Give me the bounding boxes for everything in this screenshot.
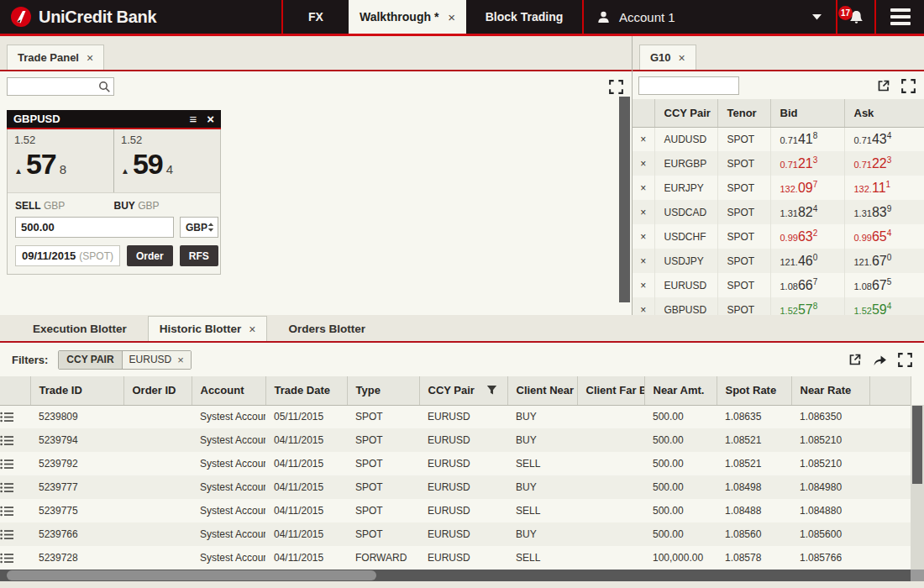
ask-cell[interactable]: 121.670 xyxy=(844,249,924,273)
bid-cell[interactable]: 1.31824 xyxy=(770,200,844,224)
tab-historic-blotter[interactable]: Historic Blotter × xyxy=(148,316,268,341)
column-header[interactable]: Trade ID xyxy=(30,376,123,405)
tab-execution-blotter[interactable]: Execution Blotter xyxy=(12,316,148,341)
order-button[interactable]: Order xyxy=(127,245,173,266)
scrollbar-thumb[interactable] xyxy=(7,570,376,580)
rate-row[interactable]: × GBPUSD SPOT 1.52578 1.52594 xyxy=(633,297,924,315)
close-icon[interactable]: × xyxy=(448,10,455,24)
tab-g10[interactable]: G10 × xyxy=(639,45,696,70)
ticket-close-icon[interactable]: × xyxy=(207,113,214,125)
trade-row[interactable]: 5239809 Systest Account 05/11/2015 SPOT … xyxy=(0,405,911,428)
column-header-ccy-pair[interactable]: CCY Pair xyxy=(419,376,507,405)
row-menu-cell[interactable] xyxy=(0,546,30,570)
fullscreen-icon[interactable] xyxy=(898,353,912,367)
rate-row[interactable]: × EURGBP SPOT 0.71213 0.71223 xyxy=(633,151,924,176)
column-header[interactable]: Near Rate xyxy=(791,376,869,405)
column-header[interactable]: Spot Rate xyxy=(717,376,791,405)
remove-pair-icon[interactable]: × xyxy=(633,249,654,273)
account-menu[interactable]: Account 1 xyxy=(584,0,836,34)
trade-row[interactable]: 5239766 Systest Account 04/11/2015 SPOT … xyxy=(0,522,911,546)
horizontal-scrollbar[interactable] xyxy=(0,570,924,581)
column-header[interactable]: CCY Pair xyxy=(654,99,717,127)
filter-funnel-icon[interactable] xyxy=(486,385,497,396)
filter-chip-key[interactable]: CCY PAIR xyxy=(59,351,122,369)
rate-row[interactable]: × USDCAD SPOT 1.31824 1.31839 xyxy=(633,200,924,224)
rate-row[interactable]: × EURUSD SPOT 1.08667 1.08675 xyxy=(633,273,924,297)
bid-cell[interactable]: 0.71213 xyxy=(770,151,844,176)
row-menu-cell[interactable] xyxy=(0,428,30,452)
tab-block-trading[interactable]: Block Trading xyxy=(466,0,582,34)
currency-selector[interactable]: GBP xyxy=(180,217,218,238)
bid-cell[interactable]: 121.460 xyxy=(770,249,844,273)
rfs-button[interactable]: RFS xyxy=(180,245,218,266)
share-icon[interactable] xyxy=(873,354,887,366)
close-icon[interactable]: × xyxy=(679,51,685,65)
column-header[interactable]: Client Far Base xyxy=(577,376,644,405)
trade-row[interactable]: 5239792 Systest Account 04/11/2015 SPOT … xyxy=(0,452,911,475)
remove-pair-icon[interactable]: × xyxy=(633,127,654,151)
pop-out-icon[interactable] xyxy=(877,79,890,92)
ask-cell[interactable]: 1.52594 xyxy=(844,297,924,315)
close-icon[interactable]: × xyxy=(249,323,255,336)
trade-row[interactable]: 5239777 Systest Account 04/11/2015 SPOT … xyxy=(0,475,911,499)
column-header[interactable]: Tenor xyxy=(717,99,770,127)
column-header[interactable]: Ask xyxy=(844,99,924,127)
fullscreen-icon[interactable] xyxy=(901,79,916,93)
bid-cell[interactable]: 132.097 xyxy=(770,176,844,200)
trade-row[interactable]: 5239794 Systest Account 04/11/2015 SPOT … xyxy=(0,428,911,452)
remove-pair-icon[interactable]: × xyxy=(633,151,654,176)
bid-cell[interactable]: 0.99632 xyxy=(770,224,844,249)
amount-input[interactable] xyxy=(15,217,174,238)
remove-pair-icon[interactable]: × xyxy=(633,200,654,224)
column-header[interactable]: Bid xyxy=(770,99,844,127)
menu-button[interactable] xyxy=(876,0,924,34)
fullscreen-icon[interactable] xyxy=(609,80,623,94)
rate-row[interactable]: × USDCHF SPOT 0.99632 0.99654 xyxy=(633,224,924,249)
ask-cell[interactable]: 0.71434 xyxy=(844,127,924,151)
row-menu-cell[interactable] xyxy=(0,499,30,522)
scrollbar-thumb[interactable] xyxy=(912,406,922,484)
sell-price-tile[interactable]: 1.52 ▲ 57 8 xyxy=(8,129,113,192)
remove-pair-icon[interactable]: × xyxy=(633,224,654,249)
pop-out-icon[interactable] xyxy=(848,353,862,366)
row-menu-cell[interactable] xyxy=(0,475,30,499)
ticket-menu-icon[interactable]: ≡ xyxy=(189,113,197,125)
vertical-scrollbar[interactable] xyxy=(619,97,630,302)
tab-walkthrough[interactable]: Walkthrough * × xyxy=(349,0,466,34)
notifications-button[interactable]: 17 xyxy=(837,0,874,34)
row-menu-cell[interactable] xyxy=(0,452,30,475)
ask-cell[interactable]: 0.71223 xyxy=(844,151,924,176)
trade-row[interactable]: 5239728 Systest Account 04/11/2015 FORWA… xyxy=(0,546,911,570)
tab-fx[interactable]: FX xyxy=(283,0,349,34)
row-menu-cell[interactable] xyxy=(0,522,30,546)
remove-filter-icon[interactable]: × xyxy=(177,354,184,366)
remove-pair-icon[interactable]: × xyxy=(633,297,654,315)
remove-pair-icon[interactable]: × xyxy=(633,176,654,200)
vertical-scrollbar[interactable] xyxy=(911,405,924,570)
column-header[interactable]: Order ID xyxy=(123,376,192,405)
trade-row[interactable]: 5239775 Systest Account 04/11/2015 SPOT … xyxy=(0,499,911,522)
bid-cell[interactable]: 0.71418 xyxy=(770,127,844,151)
ask-cell[interactable]: 1.31839 xyxy=(844,200,924,224)
column-header[interactable]: Client Near Base xyxy=(507,376,577,405)
column-header[interactable]: Type xyxy=(347,376,419,405)
tab-trade-panel[interactable]: Trade Panel × xyxy=(7,45,104,70)
value-date-input[interactable]: 09/11/2015 (SPOT) xyxy=(15,245,120,266)
row-menu-cell[interactable] xyxy=(0,405,30,428)
column-header[interactable]: Trade Date xyxy=(265,376,347,405)
rate-row[interactable]: × AUDUSD SPOT 0.71418 0.71434 xyxy=(633,127,924,151)
remove-pair-icon[interactable]: × xyxy=(633,273,654,297)
tab-orders-blotter[interactable]: Orders Blotter xyxy=(267,316,386,341)
bid-cell[interactable]: 1.08667 xyxy=(770,273,844,297)
ask-cell[interactable]: 0.99654 xyxy=(844,224,924,249)
rate-row[interactable]: × EURJPY SPOT 132.097 132.111 xyxy=(633,176,924,200)
rates-search-input[interactable] xyxy=(638,76,739,95)
bid-cell[interactable]: 1.52578 xyxy=(770,297,844,315)
rate-row[interactable]: × USDJPY SPOT 121.460 121.670 xyxy=(633,249,924,273)
column-header[interactable]: Near Amt. xyxy=(644,376,717,405)
close-icon[interactable]: × xyxy=(87,51,93,65)
buy-price-tile[interactable]: 1.52 ▲ 59 4 xyxy=(113,129,220,192)
ask-cell[interactable]: 132.111 xyxy=(844,176,924,200)
ask-cell[interactable]: 1.08675 xyxy=(844,273,924,297)
column-header[interactable]: Account xyxy=(192,376,265,405)
